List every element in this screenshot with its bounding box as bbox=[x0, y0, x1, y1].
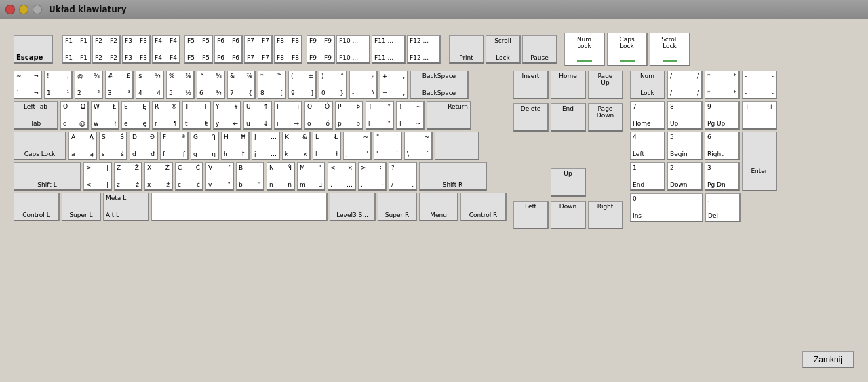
key-pause[interactable]: Pause bbox=[522, 35, 557, 64]
key-period[interactable]: >÷ .· bbox=[358, 162, 387, 191]
key-t[interactable]: TŦ tŧ bbox=[182, 101, 211, 130]
key-9[interactable]: (± 9] bbox=[288, 71, 317, 99]
key-z[interactable]: ZŻ zż bbox=[114, 162, 142, 191]
key-f2[interactable]: F2F2 F2F2 bbox=[92, 35, 121, 64]
close-window-button[interactable] bbox=[5, 5, 15, 14]
key-num-enter[interactable]: Enter bbox=[742, 132, 777, 191]
key-num-6[interactable]: 6 Right bbox=[705, 132, 740, 160]
key-num-1[interactable]: 1 End bbox=[630, 162, 665, 191]
key-tilde[interactable]: ~¬ `¬ bbox=[14, 71, 42, 99]
key-home[interactable]: Home bbox=[551, 71, 586, 99]
key-down[interactable]: Down bbox=[551, 201, 586, 229]
key-s[interactable]: SŚ sś bbox=[99, 132, 127, 160]
key-numlock[interactable]: Num Lock bbox=[630, 71, 665, 99]
key-v[interactable]: V' v" bbox=[205, 162, 234, 191]
key-backslash[interactable]: |~ \` bbox=[404, 132, 433, 160]
key-end[interactable]: End bbox=[551, 103, 586, 132]
key-ctrl-left[interactable]: Control L bbox=[14, 193, 60, 221]
key-d[interactable]: DĐ dđ bbox=[130, 132, 158, 160]
key-f4[interactable]: F4F4 F4F4 bbox=[152, 35, 180, 64]
key-p[interactable]: PÞ pþ bbox=[335, 101, 363, 130]
key-2[interactable]: @⅛ 2² bbox=[75, 71, 103, 99]
key-ctrl-right[interactable]: Control R bbox=[460, 193, 507, 221]
key-f12[interactable]: F12 ... F12 ... bbox=[407, 35, 441, 64]
key-f3[interactable]: F3F3 F3F3 bbox=[122, 35, 151, 64]
key-num-0[interactable]: 0 Ins bbox=[630, 193, 703, 222]
key-rbracket[interactable]: }~ ]~ bbox=[396, 101, 425, 130]
key-escape[interactable]: Escape bbox=[14, 35, 53, 64]
key-semicolon[interactable]: :~ ;' bbox=[343, 132, 372, 160]
key-x[interactable]: XŹ xź bbox=[144, 162, 173, 191]
key-w[interactable]: WŁ wł bbox=[91, 101, 119, 130]
close-button[interactable]: Zamknij bbox=[802, 351, 854, 368]
key-equals[interactable]: +, =, bbox=[380, 71, 408, 99]
key-menu[interactable]: Menu bbox=[419, 193, 458, 221]
key-f[interactable]: Fª fƒ bbox=[160, 132, 189, 160]
key-return-bot[interactable] bbox=[435, 132, 479, 160]
key-i[interactable]: Iı i→ bbox=[274, 101, 302, 130]
key-super-right[interactable]: Super R bbox=[378, 193, 417, 221]
key-c[interactable]: CĆ cć bbox=[175, 162, 203, 191]
key-delete[interactable]: Delete bbox=[513, 103, 549, 132]
key-num-slash[interactable]: // // bbox=[667, 71, 703, 99]
key-minus[interactable]: _¿ -\ bbox=[349, 71, 378, 99]
key-page-down[interactable]: PageDown bbox=[588, 103, 623, 132]
key-num-star[interactable]: ** ** bbox=[705, 71, 740, 99]
key-num-8[interactable]: 8 Up bbox=[667, 101, 703, 130]
key-print[interactable]: Print bbox=[449, 35, 484, 64]
key-left[interactable]: Left bbox=[513, 201, 549, 229]
key-right[interactable]: Right bbox=[588, 201, 623, 229]
key-page-up[interactable]: PageUp bbox=[588, 71, 623, 99]
key-e[interactable]: EĘ eę bbox=[121, 101, 150, 130]
key-num-2[interactable]: 2 Down bbox=[667, 162, 703, 191]
key-return[interactable]: Return bbox=[427, 101, 471, 130]
key-f7[interactable]: F7F7 F7F7 bbox=[244, 35, 273, 64]
key-r[interactable]: R® r¶ bbox=[152, 101, 180, 130]
maximize-button[interactable] bbox=[33, 5, 42, 14]
key-o[interactable]: OÓ oó bbox=[304, 101, 333, 130]
key-gt[interactable]: >| <| bbox=[83, 162, 112, 191]
key-scroll-lock[interactable]: Scroll Lock bbox=[486, 35, 521, 64]
key-8[interactable]: *™ 8[ bbox=[258, 71, 286, 99]
key-5[interactable]: %⅜ 5½ bbox=[166, 71, 195, 99]
key-comma[interactable]: <× ,… bbox=[328, 162, 356, 191]
key-k[interactable]: K& kĸ bbox=[282, 132, 311, 160]
key-g[interactable]: GŊ gŋ bbox=[191, 132, 219, 160]
key-f11[interactable]: F11 ... F11 ... bbox=[372, 35, 406, 64]
key-b[interactable]: B' b" bbox=[236, 162, 264, 191]
key-num-7[interactable]: 7 Home bbox=[630, 101, 665, 130]
key-f10[interactable]: F10 ... F10 ... bbox=[336, 35, 370, 64]
key-j[interactable]: J… j… bbox=[252, 132, 280, 160]
key-u[interactable]: U↑ u↓ bbox=[243, 101, 272, 130]
key-a[interactable]: AĄ aą bbox=[68, 132, 97, 160]
key-h[interactable]: HĦ hħ bbox=[221, 132, 250, 160]
key-f1[interactable]: F1F1 F1F1 bbox=[62, 35, 91, 64]
key-shift-left[interactable]: Shift L bbox=[14, 162, 81, 191]
key-f5[interactable]: F5F5 F5F5 bbox=[184, 35, 213, 64]
minimize-button[interactable] bbox=[19, 5, 28, 14]
key-m[interactable]: M° mµ bbox=[297, 162, 326, 191]
key-quote[interactable]: "` '` bbox=[374, 132, 402, 160]
key-7[interactable]: &⅞ 7{ bbox=[227, 71, 256, 99]
key-4[interactable]: $¼ 44 bbox=[136, 71, 164, 99]
key-slash[interactable]: ? /. bbox=[389, 162, 417, 191]
key-lbracket[interactable]: {° [" bbox=[366, 101, 394, 130]
key-f6[interactable]: F6F6 F6F6 bbox=[214, 35, 243, 64]
key-backspace[interactable]: BackSpace BackSpace bbox=[410, 71, 469, 99]
key-num-9[interactable]: 9 Pg Up bbox=[705, 101, 740, 130]
key-f8[interactable]: F8F8 F8F8 bbox=[274, 35, 302, 64]
key-shift-right[interactable]: Shift R bbox=[419, 162, 487, 191]
key-y[interactable]: Y¥ y← bbox=[213, 101, 241, 130]
key-num-3[interactable]: 3 Pg Dn bbox=[705, 162, 740, 191]
key-up[interactable]: Up bbox=[551, 168, 586, 197]
key-num-minus[interactable]: -- -- bbox=[742, 71, 777, 99]
key-f9[interactable]: F9F9 F9F9 bbox=[307, 35, 335, 64]
key-num-plus-top[interactable]: ++ bbox=[742, 101, 777, 130]
key-l[interactable]: LŁ lł bbox=[313, 132, 341, 160]
key-caps-lock[interactable]: Caps Lock bbox=[14, 132, 66, 160]
key-1[interactable]: !¡ 1¹ bbox=[44, 71, 73, 99]
key-3[interactable]: #£ 3³ bbox=[105, 71, 134, 99]
key-num-5[interactable]: 5 Begin bbox=[667, 132, 703, 160]
key-alt-left[interactable]: Meta L Alt L bbox=[103, 193, 149, 221]
key-num-dot[interactable]: , Del bbox=[705, 193, 741, 222]
